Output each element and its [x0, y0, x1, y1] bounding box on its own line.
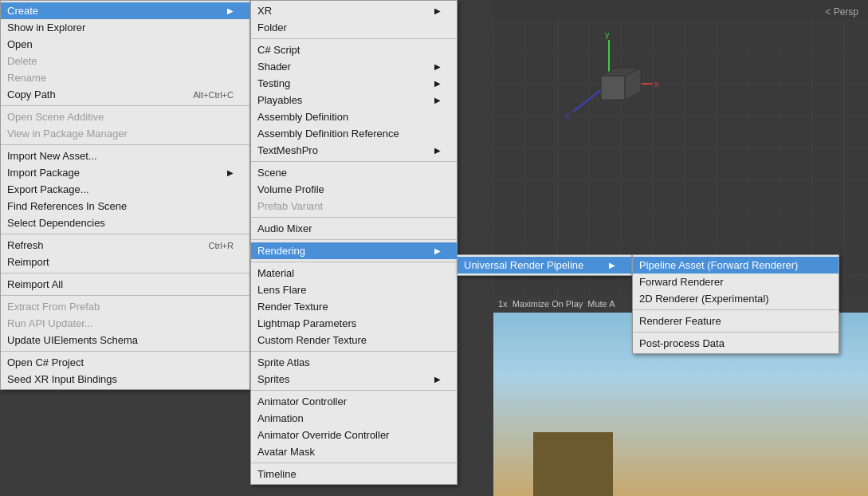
context-menu-main: Create ▶ Show in Explorer Open Delete Re… [0, 0, 250, 390]
menu-item-animator-override[interactable]: Animator Override Controller [251, 427, 457, 443]
menu-item-reimport-all-label: Reimport All [7, 278, 63, 290]
menu-item-seed-xr[interactable]: Seed XR Input Bindings [1, 371, 249, 388]
menu-item-assembly-definition[interactable]: Assembly Definition [251, 108, 457, 125]
menu-item-material[interactable]: Material [251, 265, 457, 281]
refresh-shortcut: Ctrl+R [209, 241, 234, 250]
menu-item-create-label: Create [7, 5, 38, 17]
create-sep-1 [251, 38, 457, 39]
menu-item-open-label: Open [7, 38, 33, 50]
menu-item-reimport-all[interactable]: Reimport All [1, 276, 249, 293]
menu-item-avatar-mask[interactable]: Avatar Mask [251, 443, 457, 460]
menu-item-animator-controller-label: Animator Controller [257, 396, 347, 407]
menu-item-forward-renderer-label: Forward Renderer [639, 276, 724, 288]
menu-item-shader[interactable]: Shader ▶ [251, 58, 457, 75]
menu-item-playables[interactable]: Playables ▶ [251, 92, 457, 108]
menu-item-copy-path[interactable]: Copy Path Alt+Ctrl+C [1, 86, 249, 103]
context-menu-pipeline: Pipeline Asset (Forward Renderer) Forwar… [632, 254, 839, 354]
create-sep-5 [251, 262, 457, 262]
menu-item-assembly-definition-ref-label: Assembly Definition Reference [257, 128, 399, 140]
menu-item-2d-renderer-label: 2D Renderer (Experimental) [639, 293, 769, 305]
menu-item-post-process-data-label: Post-process Data [639, 337, 725, 349]
menu-item-rename: Rename [1, 69, 249, 86]
menu-item-testing[interactable]: Testing ▶ [251, 75, 457, 92]
menu-item-textmeshpro-label: TextMeshPro [257, 144, 318, 156]
menu-item-delete: Delete [1, 53, 249, 69]
menu-item-assembly-definition-label: Assembly Definition [257, 111, 348, 123]
menu-item-testing-label: Testing [257, 77, 290, 89]
menu-item-import-package[interactable]: Import Package ▶ [1, 164, 249, 181]
menu-item-select-dependencies[interactable]: Select Dependencies [1, 215, 249, 231]
menu-item-open[interactable]: Open [1, 36, 249, 53]
menu-item-timeline[interactable]: Timeline [251, 466, 457, 482]
menu-item-import-new-asset[interactable]: Import New Asset... [1, 148, 249, 164]
menu-item-reimport[interactable]: Reimport [1, 254, 249, 270]
menu-item-post-process-data[interactable]: Post-process Data [633, 335, 839, 352]
menu-item-seed-xr-label: Seed XR Input Bindings [7, 373, 117, 385]
menu-item-pipeline-asset[interactable]: Pipeline Asset (Forward Renderer) [633, 257, 839, 274]
menu-item-animation[interactable]: Animation [251, 410, 457, 427]
menu-item-animator-controller[interactable]: Animator Controller [251, 393, 457, 410]
menu-item-view-package-manager-label: View in Package Manager [7, 128, 128, 140]
menu-item-update-ui-schema[interactable]: Update UIElements Schema [1, 332, 249, 348]
menu-item-volume-profile[interactable]: Volume Profile [251, 181, 457, 198]
menu-item-textmeshpro[interactable]: TextMeshPro ▶ [251, 142, 457, 159]
testing-arrow: ▶ [434, 79, 441, 88]
create-sep-6 [251, 351, 457, 352]
menu-item-select-dependencies-label: Select Dependencies [7, 217, 105, 229]
menu-item-audio-mixer-label: Audio Mixer [257, 222, 312, 234]
menu-item-export-package[interactable]: Export Package... [1, 181, 249, 198]
create-sep-2 [251, 161, 457, 162]
menu-item-custom-render-texture[interactable]: Custom Render Texture [251, 332, 457, 348]
menu-item-export-package-label: Export Package... [7, 183, 89, 195]
menu-item-lens-flare[interactable]: Lens Flare [251, 281, 457, 298]
menu-item-rendering-label: Rendering [257, 245, 305, 257]
menu-item-refresh[interactable]: Refresh Ctrl+R [1, 237, 249, 254]
menu-item-lens-flare-label: Lens Flare [257, 284, 306, 296]
menu-item-lightmap-parameters[interactable]: Lightmap Parameters [251, 315, 457, 332]
menu-item-show-in-explorer-label: Show in Explorer [7, 22, 85, 33]
menu-item-folder[interactable]: Folder [251, 19, 457, 36]
menu-item-sprite-atlas[interactable]: Sprite Atlas [251, 354, 457, 371]
menu-item-sprites[interactable]: Sprites ▶ [251, 371, 457, 388]
menu-item-open-csharp[interactable]: Open C# Project [1, 354, 249, 371]
menu-item-update-ui-schema-label: Update UIElements Schema [7, 334, 138, 346]
menu-item-run-api-updater-label: Run API Updater... [7, 317, 93, 329]
menu-item-xr[interactable]: XR ▶ [251, 2, 457, 19]
axis-gizmo: x y z [557, 32, 661, 136]
menu-item-delete-label: Delete [7, 55, 37, 67]
menu-item-timeline-label: Timeline [257, 468, 297, 480]
mute-label: Mute A [587, 299, 615, 309]
menu-item-scene[interactable]: Scene [251, 164, 457, 181]
separator-4 [1, 273, 249, 274]
sprites-arrow: ▶ [434, 375, 441, 384]
menu-item-open-scene-additive-label: Open Scene Additive [7, 111, 104, 123]
menu-item-find-references[interactable]: Find References In Scene [1, 198, 249, 215]
menu-item-copy-path-label: Copy Path [7, 89, 56, 100]
menu-item-create[interactable]: Create ▶ [1, 2, 249, 19]
svg-text:y: y [605, 32, 610, 39]
menu-item-renderer-feature[interactable]: Renderer Feature [633, 313, 839, 329]
menu-item-render-texture[interactable]: Render Texture [251, 298, 457, 315]
menu-item-animator-override-label: Animator Override Controller [257, 429, 389, 441]
menu-item-prefab-variant: Prefab Variant [251, 198, 457, 215]
pipeline-sep-1 [633, 309, 839, 310]
separator-2 [1, 144, 249, 145]
menu-item-audio-mixer[interactable]: Audio Mixer [251, 220, 457, 237]
menu-item-material-label: Material [257, 267, 294, 279]
menu-item-rendering[interactable]: Rendering ▶ [251, 242, 457, 259]
menu-item-universal-render-pipeline[interactable]: Universal Render Pipeline ▶ [458, 257, 631, 274]
context-menu-rendering-sub: Universal Render Pipeline ▶ [457, 254, 632, 276]
playables-arrow: ▶ [434, 96, 441, 104]
menu-item-urp-label: Universal Render Pipeline [464, 259, 583, 271]
textmeshpro-arrow: ▶ [434, 146, 441, 155]
menu-item-2d-renderer[interactable]: 2D Renderer (Experimental) [633, 290, 839, 307]
menu-item-forward-renderer[interactable]: Forward Renderer [633, 274, 839, 290]
separator-1 [1, 105, 249, 106]
menu-item-csharp-script[interactable]: C# Script [251, 41, 457, 58]
create-sep-8 [251, 463, 457, 463]
menu-item-reimport-label: Reimport [7, 256, 49, 268]
menu-item-import-package-label: Import Package [7, 167, 80, 179]
menu-item-show-in-explorer[interactable]: Show in Explorer [1, 19, 249, 36]
menu-item-assembly-definition-ref[interactable]: Assembly Definition Reference [251, 125, 457, 142]
persp-label: < Persp [825, 6, 858, 18]
